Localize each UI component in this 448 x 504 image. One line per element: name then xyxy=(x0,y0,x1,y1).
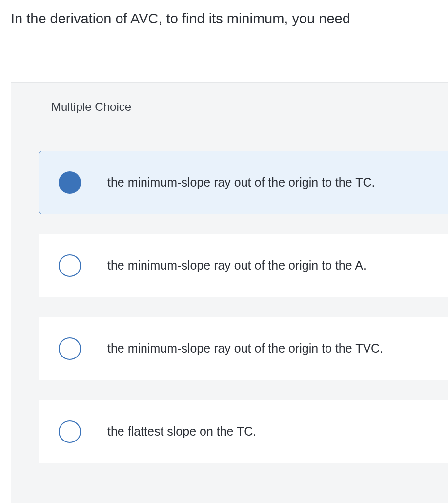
option-label: the minimum-slope ray out of the origin … xyxy=(107,174,375,191)
options-list: the minimum-slope ray out of the origin … xyxy=(11,131,448,463)
option-label: the flattest slope on the TC. xyxy=(107,423,256,440)
option-1[interactable]: the minimum-slope ray out of the origin … xyxy=(39,151,448,214)
option-label: the minimum-slope ray out of the origin … xyxy=(107,340,383,357)
multiple-choice-container: Multiple Choice the minimum-slope ray ou… xyxy=(11,82,448,503)
option-4[interactable]: the flattest slope on the TC. xyxy=(39,400,448,463)
option-2[interactable]: the minimum-slope ray out of the origin … xyxy=(39,234,448,297)
radio-fill-icon xyxy=(59,171,81,194)
radio-icon xyxy=(59,420,81,443)
section-label: Multiple Choice xyxy=(11,83,448,131)
option-3[interactable]: the minimum-slope ray out of the origin … xyxy=(39,317,448,380)
radio-icon xyxy=(59,337,81,360)
option-label: the minimum-slope ray out of the origin … xyxy=(107,257,367,274)
radio-icon xyxy=(59,254,81,277)
question-text: In the derivation of AVC, to find its mi… xyxy=(0,0,448,28)
radio-icon xyxy=(59,171,81,194)
